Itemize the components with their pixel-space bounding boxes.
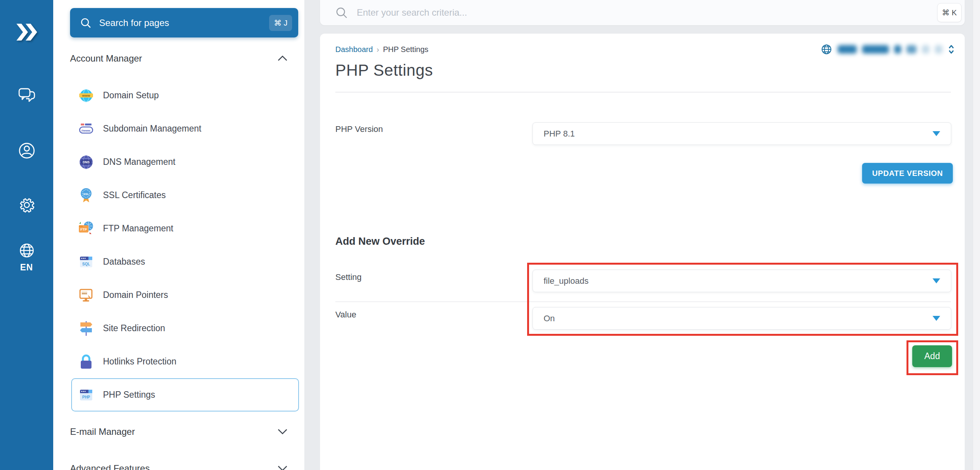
page-scrollbar[interactable] xyxy=(973,0,980,470)
update-version-button[interactable]: UPDATE VERSION xyxy=(862,163,953,184)
svg-text:www: www xyxy=(82,94,90,98)
account-icon[interactable] xyxy=(18,141,36,161)
sidebar-item-domain-pointers[interactable]: www Domain Pointers xyxy=(53,278,304,312)
svg-text:SQL: SQL xyxy=(82,262,90,266)
brand-logo-icon[interactable] xyxy=(14,22,39,44)
caret-down-icon xyxy=(933,131,940,136)
item-label: FTP Management xyxy=(103,223,173,234)
title-divider xyxy=(335,92,951,93)
sidebar: Search for pages ⌘ J Account Manager www… xyxy=(53,0,304,470)
sidebar-item-hotlinks-protection[interactable]: Hotlinks Protection xyxy=(53,345,304,378)
redacted-account-text xyxy=(906,45,916,54)
sidebar-search-shortcut-badge: ⌘ J xyxy=(269,15,292,31)
item-label: Databases xyxy=(103,257,145,267)
redacted-account-text xyxy=(862,45,889,54)
globe-icon xyxy=(821,44,832,55)
breadcrumb-current: PHP Settings xyxy=(383,45,429,54)
redacted-account-text xyxy=(935,45,942,54)
sidebar-search-input[interactable]: Search for pages ⌘ J xyxy=(70,8,298,37)
annotation-highlight-add-button xyxy=(906,340,958,375)
svg-text:SSL: SSL xyxy=(83,192,89,195)
chevron-up-icon xyxy=(278,55,287,61)
page-title: PHP Settings xyxy=(335,61,433,80)
search-icon xyxy=(80,17,91,29)
global-search-bar[interactable]: Enter your search criteria... ⌘ K xyxy=(320,0,965,25)
main-area: Enter your search criteria... ⌘ K Dashbo… xyxy=(304,0,973,470)
redacted-account-text xyxy=(894,45,901,54)
sidebar-item-databases[interactable]: SQL Databases xyxy=(53,245,304,278)
content-card: Dashboard › PHP Settings xyxy=(320,34,965,470)
item-label: Domain Pointers xyxy=(103,290,168,300)
setting-label: Setting xyxy=(335,272,362,282)
svg-text:DNS: DNS xyxy=(83,160,90,164)
hotlinks-protection-icon xyxy=(78,353,95,370)
breadcrumb-dashboard-link[interactable]: Dashboard xyxy=(335,45,373,54)
sidebar-item-site-redirection[interactable]: Site Redirection xyxy=(53,312,304,345)
php-version-label: PHP Version xyxy=(335,124,383,134)
sidebar-item-ftp-management[interactable]: FTP FTP Management xyxy=(53,212,304,245)
global-search-placeholder: Enter your search criteria... xyxy=(357,7,937,18)
sidebar-section-email-manager[interactable]: E-mail Manager xyxy=(70,423,287,440)
item-label: Site Redirection xyxy=(103,323,165,333)
ssl-certificates-icon: SSL xyxy=(78,187,95,204)
databases-icon: SQL xyxy=(78,254,95,270)
svg-text:www: www xyxy=(82,292,87,294)
php-settings-icon: PHP xyxy=(78,387,95,403)
select-up-down-icon xyxy=(948,44,955,54)
language-globe-icon[interactable] xyxy=(18,242,36,261)
section-label: Account Manager xyxy=(70,53,142,64)
add-new-override-heading: Add New Override xyxy=(335,236,425,247)
site-redirection-icon xyxy=(78,320,95,337)
support-chat-icon[interactable] xyxy=(18,87,36,106)
language-code-label[interactable]: EN xyxy=(20,262,33,273)
redacted-account-text xyxy=(922,45,929,54)
svg-text:PHP: PHP xyxy=(82,395,90,399)
section-label: Advanced Features xyxy=(70,463,150,470)
section-label: E-mail Manager xyxy=(70,426,135,437)
domain-pointers-icon: www xyxy=(78,287,95,304)
chevron-down-icon xyxy=(278,429,287,434)
sidebar-section-advanced-features[interactable]: Advanced Features xyxy=(70,460,287,470)
sidebar-section-account-manager[interactable]: Account Manager xyxy=(70,50,287,67)
annotation-highlight-fields xyxy=(527,263,958,336)
icon-rail: EN xyxy=(0,0,53,470)
item-label: Domain Setup xyxy=(103,90,159,101)
sidebar-search-placeholder: Search for pages xyxy=(99,18,269,28)
sidebar-item-php-settings[interactable]: PHP PHP Settings xyxy=(71,378,299,411)
search-icon xyxy=(335,7,348,19)
app-window: EN Search for pages ⌘ J Account Manager … xyxy=(0,0,980,470)
item-label: DNS Management xyxy=(103,157,175,167)
redacted-account-text xyxy=(838,45,857,54)
sidebar-item-ssl-certificates[interactable]: SSL SSL Certificates xyxy=(53,179,304,212)
php-version-value: PHP 8.1 xyxy=(544,129,575,139)
value-label: Value xyxy=(335,310,356,320)
item-label: SSL Certificates xyxy=(103,190,166,200)
chevron-down-icon xyxy=(278,465,287,470)
breadcrumb: Dashboard › PHP Settings xyxy=(335,45,428,54)
svg-text:FTP: FTP xyxy=(80,227,87,231)
php-version-dropdown[interactable]: PHP 8.1 xyxy=(532,122,951,145)
domain-setup-icon: www xyxy=(78,87,95,104)
domain-account-selector[interactable] xyxy=(821,44,955,55)
svg-text://www.: //www. xyxy=(81,128,91,132)
item-label: Hotlinks Protection xyxy=(103,356,176,367)
settings-gear-icon[interactable] xyxy=(18,196,36,216)
dns-management-icon: DNS xyxy=(78,154,95,171)
ftp-management-icon: FTP xyxy=(78,220,95,237)
sidebar-item-domain-setup[interactable]: www Domain Setup xyxy=(53,79,304,112)
breadcrumb-separator: › xyxy=(377,45,379,54)
sidebar-menu: www Domain Setup //www. Subdomain Manage… xyxy=(53,79,304,411)
item-label: PHP Settings xyxy=(103,390,155,400)
global-search-shortcut-badge: ⌘ K xyxy=(937,3,962,22)
item-label: Subdomain Management xyxy=(103,124,201,134)
subdomain-management-icon: //www. xyxy=(78,120,95,137)
sidebar-item-subdomain-management[interactable]: //www. Subdomain Management xyxy=(53,112,304,145)
sidebar-item-dns-management[interactable]: DNS DNS Management xyxy=(53,145,304,179)
